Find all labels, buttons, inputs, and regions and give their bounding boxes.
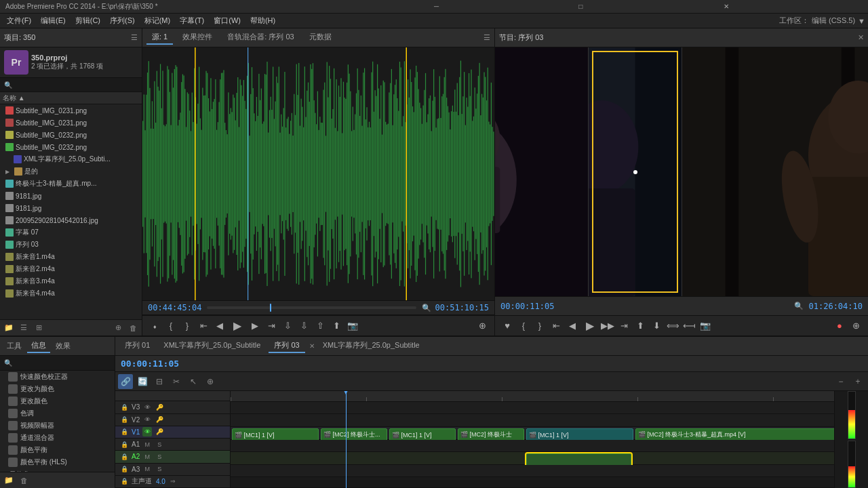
track-row-a2[interactable]	[231, 452, 834, 465]
list-item[interactable]: 2009529028104542016.jpg	[0, 214, 142, 226]
list-item[interactable]: 9181.jpg	[0, 202, 142, 214]
list-item[interactable]: Subtitle_IMG_0232.png	[0, 129, 142, 141]
program-goto-in-btn[interactable]: ⇤	[549, 319, 563, 333]
list-item[interactable]: Subtitle_IMG_0231.png	[0, 117, 142, 129]
film-thumb-right[interactable]	[682, 47, 868, 296]
program-record-btn[interactable]: ●	[833, 319, 846, 333]
a2-sync-lock-icon[interactable]: 🔒	[119, 452, 129, 462]
program-insert-btn[interactable]: ⟻	[682, 319, 696, 333]
extract-btn[interactable]: ⬆	[330, 319, 343, 333]
tab-audio-mixer[interactable]: 音轨混合器: 序列 03	[222, 30, 299, 45]
list-item[interactable]: 9181.jpg	[0, 190, 142, 202]
program-lift-btn[interactable]: ⬆	[633, 319, 647, 333]
effects-new-bin-icon[interactable]: 📁	[3, 474, 15, 487]
film-thumb-left[interactable]	[495, 47, 588, 296]
workspace-dropdown-icon[interactable]: ▼	[858, 17, 865, 25]
list-view-icon[interactable]: ☰	[18, 322, 30, 334]
master-sync-lock-icon[interactable]: 🔒	[119, 476, 129, 486]
source-timecode-out[interactable]: 00:51:10:15	[435, 303, 489, 312]
program-timecode[interactable]: 00:00:11:05	[500, 302, 554, 311]
menu-file[interactable]: 文件(F)	[3, 14, 35, 27]
link-unlink-tool[interactable]: 🔗	[118, 374, 133, 389]
goto-in-btn[interactable]: ⇤	[197, 319, 210, 333]
track-row-v1[interactable]: 🎬 [MC1] 1 [V] 🎬 [MC2] 终极斗士... 🎬 [MC1] 1 …	[231, 427, 834, 440]
a2-mute-icon[interactable]: M	[142, 452, 152, 462]
a1-solo-icon[interactable]: S	[155, 440, 164, 449]
tab-effect-controls[interactable]: 效果控件	[177, 30, 218, 45]
list-item[interactable]: Subtitle_IMG_0232.png	[0, 141, 142, 153]
add-media-btn[interactable]: ⊕	[475, 319, 489, 333]
tab-seq03[interactable]: 序列 03	[269, 339, 304, 353]
overwrite-btn[interactable]: ⇩	[297, 319, 311, 333]
v1-sync-lock-icon[interactable]: 🔒	[119, 427, 129, 436]
mark-in-btn[interactable]: {	[164, 319, 178, 333]
maximize-btn[interactable]: □	[578, 3, 717, 10]
a3-sync-lock-icon[interactable]: 🔒	[119, 464, 129, 474]
effect-item-balance[interactable]: 颜色平衡	[0, 444, 115, 456]
a2-solo-icon[interactable]: S	[155, 452, 164, 462]
razor-tool[interactable]: ✂	[169, 374, 184, 389]
menu-edit[interactable]: 编辑(E)	[37, 14, 70, 27]
v1-lock-icon[interactable]: 🔑	[155, 427, 164, 436]
step-fwd-btn[interactable]: ▶	[248, 319, 262, 333]
icon-view-icon[interactable]: ⊞	[33, 322, 45, 334]
tab-seq03-close[interactable]: ✕	[309, 342, 315, 350]
program-export-btn[interactable]: 📷	[698, 319, 712, 333]
v3-toggle-icon[interactable]: 👁	[142, 403, 152, 412]
close-btn[interactable]: ✕	[724, 3, 863, 10]
program-play-btn[interactable]: ▶	[582, 318, 598, 334]
track-row-v3[interactable]	[231, 402, 834, 415]
list-item[interactable]: 终极斗士3-精暴_超真.mp...	[0, 178, 142, 190]
list-item[interactable]: 序列 03	[0, 239, 142, 251]
minimize-btn[interactable]: ─	[434, 3, 573, 10]
program-mark-out-btn[interactable]: }	[533, 319, 547, 333]
effect-item-video-limit[interactable]: 视频限幅器	[0, 420, 115, 432]
master-goto-icon[interactable]: ⇒	[168, 476, 178, 486]
source-panel-menu[interactable]: ☰	[484, 33, 490, 42]
program-extract-btn[interactable]: ⬇	[650, 319, 663, 333]
effect-item-change-color[interactable]: 更改颜色	[0, 395, 115, 407]
lift-btn[interactable]: ⇧	[313, 319, 327, 333]
tab-effects[interactable]: 效果	[52, 340, 75, 352]
zoom-in-btn[interactable]: +	[850, 374, 865, 389]
menu-clip[interactable]: 剪辑(C)	[71, 14, 104, 27]
program-mark-icon[interactable]: ♥	[500, 319, 514, 333]
v3-lock-icon[interactable]: 🔑	[155, 403, 164, 412]
tab-xml-sub1[interactable]: XML字幕序列_25.0p_Subtitle	[158, 339, 266, 353]
program-goto-out-btn[interactable]: ⇥	[617, 319, 631, 333]
v1-toggle-icon[interactable]: 👁	[142, 427, 152, 436]
v3-sync-lock-icon[interactable]: 🔒	[119, 403, 129, 412]
tab-info[interactable]: 信息	[27, 339, 50, 353]
menu-mark[interactable]: 标记(M)	[140, 14, 175, 27]
program-trim-btn[interactable]: ⟺	[666, 319, 679, 333]
project-panel-menu-icon[interactable]: ☰	[131, 33, 138, 42]
tab-metadata[interactable]: 元数据	[304, 30, 337, 45]
source-timecode-in[interactable]: 00:44:45:04	[148, 303, 201, 312]
effect-item-color[interactable]: 色调	[0, 407, 115, 420]
list-item[interactable]: ▶ 是的	[0, 165, 142, 178]
tab-xml-sub2[interactable]: XML字幕序列_25.0p_Subtitle	[317, 339, 425, 353]
snap-tool[interactable]: ⊟	[152, 374, 167, 389]
effect-item-color-repl[interactable]: 更改为颜色	[0, 383, 115, 395]
menu-caption[interactable]: 字幕(T)	[176, 14, 208, 27]
list-item[interactable]: 新来音1.m4a	[0, 251, 142, 263]
list-item[interactable]: 新来音4.m4a	[0, 287, 142, 300]
tab-seq01[interactable]: 序列 01	[119, 339, 155, 353]
add-edit-tool[interactable]: ⊕	[203, 374, 218, 389]
add-marker-btn[interactable]: ⬧	[148, 319, 161, 333]
menu-sequence[interactable]: 序列(S)	[106, 14, 139, 27]
v2-toggle-icon[interactable]: 👁	[142, 415, 152, 424]
program-add-btn[interactable]: ⊕	[849, 319, 863, 333]
tab-tools[interactable]: 工具	[3, 340, 26, 352]
step-back-btn[interactable]: ◀	[213, 319, 226, 333]
v2-lock-icon[interactable]: 🔑	[155, 415, 164, 424]
v2-sync-lock-icon[interactable]: 🔒	[119, 415, 129, 424]
program-close-btn[interactable]: ✕	[858, 33, 864, 42]
menu-help[interactable]: 帮助(H)	[246, 14, 279, 27]
mark-out-btn[interactable]: }	[180, 319, 194, 333]
play-source-btn[interactable]: ▶	[229, 318, 245, 334]
a3-solo-icon[interactable]: S	[155, 464, 164, 474]
program-mark-in-btn[interactable]: {	[517, 319, 530, 333]
program-duration[interactable]: 01:26:04:10	[809, 302, 863, 311]
effects-search-input[interactable]	[12, 359, 111, 367]
